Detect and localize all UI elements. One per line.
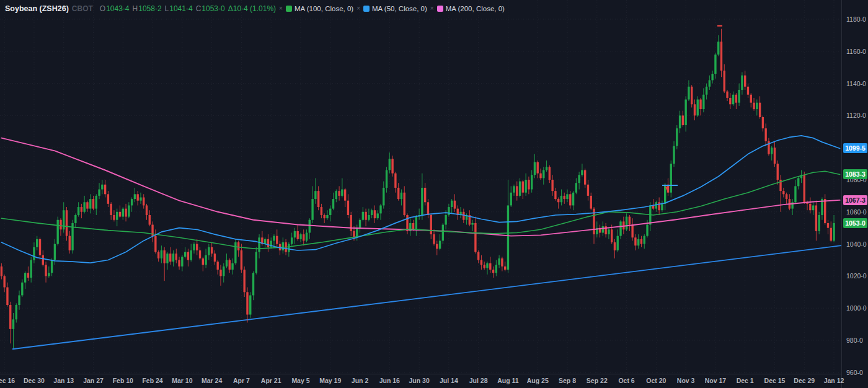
time-tick-label: Nov 3	[677, 377, 695, 384]
time-tick-label: Jan 13	[53, 377, 74, 384]
time-tick-label: Dec 1	[737, 377, 754, 384]
remove-indicator-icon[interactable]: ×	[430, 4, 434, 13]
time-tick-label: Feb 10	[113, 377, 133, 384]
symbol-title[interactable]: Soybean (ZSH26)	[5, 4, 69, 13]
time-tick-label: Sep 8	[559, 377, 576, 384]
time-tick-label: Jan 12	[824, 377, 844, 384]
ma-200-line[interactable]	[1, 138, 839, 236]
close-value: 1053-0	[202, 4, 224, 13]
price-tick-label: 1120-0	[842, 112, 868, 119]
time-tick-label: Mar 24	[202, 377, 222, 384]
price-tick-label: 1060-0	[842, 208, 868, 216]
time-tick-label: Jun 30	[409, 377, 429, 384]
price-tick-label: 1180-0	[842, 15, 868, 23]
price-tick-label: 1040-0	[842, 240, 868, 248]
time-tick-label: May 19	[319, 377, 341, 384]
price-tick-label: 1140-0	[842, 80, 868, 87]
swing-high-marker	[717, 25, 722, 26]
price-axis[interactable]: 1180-01160-01140-01120-01080-01060-01040…	[841, 0, 868, 388]
high-value: 1058-2	[138, 4, 161, 13]
time-tick-label: Jun 2	[352, 377, 368, 384]
time-tick-label: Jul 14	[440, 377, 458, 384]
time-tick-label: Oct 6	[618, 377, 634, 384]
time-tick-label: May 5	[291, 377, 309, 384]
price-tick-label: 1160-0	[842, 48, 868, 55]
ma-50-legend[interactable]: MA (50, Close, 0)	[372, 4, 427, 13]
time-tick-label: Dec 15	[764, 377, 786, 384]
ma200-price-badge: 1067-3	[843, 195, 867, 205]
low-value-key: L	[165, 4, 169, 13]
remove-indicator-icon[interactable]: ×	[356, 4, 360, 13]
trend-line[interactable]	[12, 245, 841, 349]
price-tick-label: 960-0	[842, 369, 868, 376]
time-tick-label: Dec 16	[0, 377, 15, 384]
price-tick-label: 1020-0	[842, 272, 868, 280]
ma-100-legend[interactable]: MA (100, Close, 0)	[294, 4, 353, 13]
time-tick-label: Feb 24	[142, 377, 162, 384]
last-price-badge: 1053-0	[843, 218, 867, 228]
time-tick-label: Oct 20	[646, 377, 666, 384]
exchange-label: CBOT	[72, 4, 93, 13]
time-tick-label: Aug 25	[527, 377, 549, 384]
time-axis[interactable]: Dec 16Dec 30Jan 13Jan 27Feb 10Feb 24Mar …	[0, 374, 841, 388]
open-value: 1043-4	[106, 4, 129, 13]
high-value-key: H	[133, 4, 138, 13]
time-tick-label: Aug 11	[497, 377, 518, 384]
candlestick-series	[1, 29, 835, 348]
time-tick-label: Sep 22	[587, 377, 608, 384]
chart-legend: Soybean (ZSH26) CBOT O1043-4H1058-2L1041…	[5, 4, 505, 13]
chart-window: Soybean (ZSH26) CBOT O1043-4H1058-2L1041…	[0, 0, 868, 388]
time-tick-label: Dec 30	[24, 377, 45, 384]
time-tick-label: Jan 27	[83, 377, 104, 384]
price-chart-pane[interactable]: Soybean (ZSH26) CBOT O1043-4H1058-2L1041…	[0, 0, 841, 374]
low-value: 1041-4	[169, 4, 192, 13]
change-value: Δ10-4 (1.01%)	[228, 4, 276, 13]
ma-color-swatch	[286, 6, 292, 12]
ma-color-swatch	[437, 6, 443, 12]
price-tick-label: 980-0	[842, 337, 868, 344]
time-tick-label: Nov 17	[705, 377, 726, 384]
legend-values: O1043-4H1058-2L1041-4C1053-0Δ10-4 (1.01%…	[97, 4, 505, 13]
ma-200-legend[interactable]: MA (200, Close, 0)	[446, 4, 505, 13]
ma-color-swatch	[363, 6, 370, 12]
time-tick-label: Jun 16	[379, 377, 400, 384]
ma-100-line[interactable]	[1, 171, 839, 249]
time-tick-label: Apr 7	[233, 377, 250, 384]
time-tick-label: Jul 28	[469, 377, 488, 384]
ma100-price-badge: 1083-3	[843, 169, 867, 179]
time-tick-label: Dec 29	[794, 377, 815, 384]
ma-50-line[interactable]	[1, 136, 839, 263]
close-value-key: C	[196, 4, 202, 13]
open-value-key: O	[100, 4, 105, 13]
candlestick-chart	[0, 0, 841, 374]
price-tick-label: 1000-0	[842, 304, 868, 312]
time-tick-label: Mar 10	[172, 377, 192, 384]
time-tick-label: Apr 21	[261, 377, 281, 384]
remove-indicator-icon[interactable]: ×	[279, 4, 283, 13]
ma50-price-badge: 1099-5	[843, 143, 867, 153]
